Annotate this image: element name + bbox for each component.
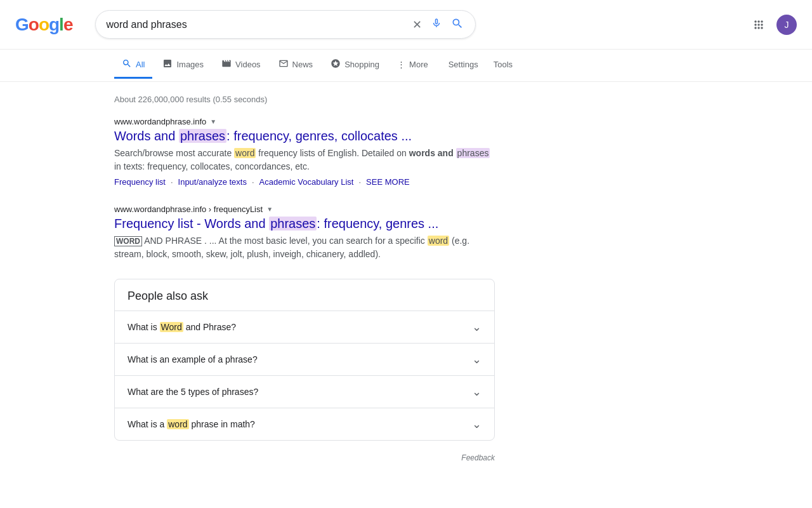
snippet-highlight-word-1: word [234, 148, 256, 158]
tools-link[interactable]: Tools [486, 53, 520, 77]
snippet-highlight-word-2: word [428, 236, 449, 246]
nav-tabs: All Images Videos News Shopping ⋮ More S… [0, 50, 812, 82]
paa-item-2[interactable]: What is an example of a phrase? ⌄ [115, 343, 494, 375]
more-tab-icon: ⋮ [397, 60, 405, 69]
paa-question-3: What are the 5 types of phrases? [128, 387, 258, 397]
tools-label: Tools [494, 60, 513, 69]
search-icon [451, 17, 464, 32]
chevron-down-icon-4: ⌄ [472, 417, 481, 431]
result-link-frequency[interactable]: Frequency list [114, 177, 166, 187]
search-bar-icons: ✕ [411, 16, 465, 33]
url-text-1: www.wordandphrase.info [114, 117, 206, 126]
videos-tab-icon [221, 58, 232, 70]
tab-videos-label: Videos [235, 60, 261, 69]
result-links-1: Frequency list · Input/analyze texts · A… [114, 177, 495, 187]
paa-title: People also ask [115, 279, 494, 311]
shopping-tab-icon [331, 58, 341, 70]
chevron-down-icon-3: ⌄ [472, 385, 481, 399]
snippet-highlight-phrases-1: phrases [456, 148, 490, 158]
paa-item-4[interactable]: What is a word phrase in math? ⌄ [115, 408, 494, 440]
tab-all-label: All [136, 60, 145, 69]
tab-news[interactable]: News [271, 52, 321, 79]
result-snippet-1: Search/browse most accurate word frequen… [114, 147, 495, 173]
search-input[interactable] [106, 19, 405, 30]
search-bar[interactable]: ✕ [95, 10, 476, 39]
tab-more-label: More [409, 60, 428, 69]
snippet-word-box: WORD [114, 236, 142, 246]
result-url-1: www.wordandphrase.info ▼ [114, 117, 495, 126]
tab-shopping-label: Shopping [344, 60, 379, 69]
feedback-link[interactable]: Feedback [114, 453, 495, 462]
header-right: J [751, 15, 797, 35]
result-link-vocab[interactable]: Academic Vocabulary List [259, 177, 354, 187]
settings-label: Settings [449, 60, 478, 69]
paa-question-1: What is Word and Phrase? [128, 322, 236, 332]
url-text-2: www.wordandphrase.info › frequencyList [114, 204, 263, 214]
tab-shopping[interactable]: Shopping [323, 52, 387, 79]
people-also-ask-box: People also ask What is Word and Phrase?… [114, 279, 495, 441]
result-title-1[interactable]: Words and phrases: frequency, genres, co… [114, 128, 495, 144]
search-button[interactable] [450, 16, 465, 33]
result-snippet-2: WORD AND PHRASE . ... At the most basic … [114, 234, 495, 261]
tab-more[interactable]: ⋮ More [390, 53, 436, 77]
result-item: www.wordandphrase.info ▼ Words and phras… [114, 117, 495, 187]
paa-item-1[interactable]: What is Word and Phrase? ⌄ [115, 311, 494, 343]
main-content: About 226,000,000 results (0.55 seconds)… [0, 82, 812, 475]
apps-button[interactable] [751, 17, 766, 32]
tab-images[interactable]: Images [155, 52, 211, 79]
voice-search-button[interactable] [429, 16, 443, 33]
url-arrow-2: ▼ [266, 206, 273, 213]
google-logo[interactable]: Google [15, 15, 72, 35]
clear-icon: ✕ [412, 18, 422, 32]
result-link-input[interactable]: Input/analyze texts [178, 177, 247, 187]
logo-text: Google [15, 15, 72, 35]
result-item-2: www.wordandphrase.info › frequencyList ▼… [114, 204, 495, 261]
url-arrow-1: ▼ [210, 118, 216, 125]
images-tab-icon [162, 58, 173, 70]
chevron-down-icon-1: ⌄ [472, 320, 481, 334]
header: Google ✕ J [0, 0, 812, 50]
search-tab-icon [122, 58, 132, 70]
title-highlight-2: phrases [269, 217, 317, 231]
paa-item-3[interactable]: What are the 5 types of phrases? ⌄ [115, 375, 494, 408]
chevron-down-icon-2: ⌄ [472, 352, 481, 366]
paa-question-4: What is a word phrase in math? [128, 419, 255, 429]
tab-all[interactable]: All [114, 52, 152, 79]
result-title-2[interactable]: Frequency list - Words and phrases: freq… [114, 215, 495, 232]
title-highlight-1: phrases [179, 129, 226, 143]
avatar[interactable]: J [776, 15, 797, 35]
paa-question-2: What is an example of a phrase? [128, 354, 258, 364]
results-count: About 226,000,000 results (0.55 seconds) [114, 95, 698, 104]
result-link-seemore[interactable]: SEE MORE [366, 177, 410, 187]
news-tab-icon [278, 58, 289, 70]
tab-news-label: News [292, 60, 313, 69]
settings-link[interactable]: Settings [449, 53, 486, 77]
mic-icon [431, 17, 442, 32]
clear-button[interactable]: ✕ [411, 17, 423, 33]
tab-images-label: Images [176, 60, 204, 69]
tab-videos[interactable]: Videos [214, 52, 268, 79]
result-url-2: www.wordandphrase.info › frequencyList ▼ [114, 204, 495, 214]
